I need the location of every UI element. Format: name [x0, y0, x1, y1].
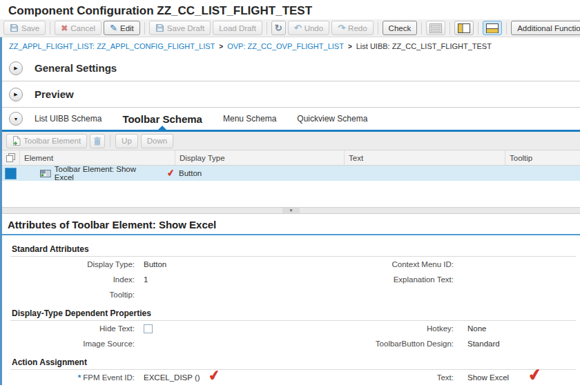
- splitter-arrow-icon: ▼: [289, 208, 293, 213]
- move-up-button[interactable]: Up: [115, 134, 138, 148]
- column-header-display-type[interactable]: Display Type: [175, 150, 344, 165]
- toolbar-separator: [450, 22, 450, 35]
- display-type-field-value: Button: [135, 260, 304, 268]
- group-standard-attributes: Standard Attributes: [10, 242, 576, 257]
- chevron-right-icon: ▶: [14, 92, 17, 97]
- load-draft-label: Load Draft: [219, 24, 256, 32]
- layout-bottom-panel-button[interactable]: [483, 21, 502, 35]
- hide-text-checkbox[interactable]: [144, 324, 153, 333]
- new-document-icon: [12, 136, 21, 146]
- annotation-checkmark-text: ✔: [528, 373, 541, 375]
- save-draft-button[interactable]: Save Draft: [149, 21, 211, 35]
- form-row: Display Type: Button Context Menu ID:: [10, 257, 580, 272]
- delete-element-button[interactable]: [90, 134, 105, 148]
- layout-bottom-panel-icon: [486, 23, 499, 33]
- chevron-right-icon: ▶: [14, 66, 17, 71]
- content-area: ZZ_APPL_FLIGHT_LIST: ZZ_APPL_CONFIG_FLIG…: [0, 37, 580, 385]
- expand-general-settings-button[interactable]: ▶: [9, 61, 23, 75]
- schema-tab-row: ▼ List UIBB Schema Toolbar Schema Menu S…: [2, 108, 580, 132]
- display-type-cell: Button: [175, 166, 344, 181]
- table-row-show-excel[interactable]: Toolbar Element: Show Excel ✔ Button: [2, 166, 580, 181]
- breadcrumb: ZZ_APPL_FLIGHT_LIST: ZZ_APPL_CONFIG_FLIG…: [2, 37, 580, 55]
- move-down-label: Down: [147, 137, 167, 145]
- element-name: Toolbar Element: Show Excel: [55, 165, 156, 182]
- toolbar-separator: [267, 22, 267, 35]
- row-selected-indicator[interactable]: [5, 168, 17, 179]
- add-toolbar-element-button[interactable]: Toolbar Element: [6, 134, 87, 148]
- index-field-label: Index:: [10, 275, 135, 284]
- edit-button[interactable]: ✎ Edit: [104, 21, 140, 35]
- toolbar-separator: [506, 22, 507, 35]
- load-draft-button[interactable]: Load Draft: [213, 21, 262, 35]
- group-action-assignment: Action Assignment: [10, 355, 576, 370]
- panel-splitter[interactable]: ▼: [2, 207, 580, 214]
- main-toolbar: Save ✖ Cancel ✎ Edit Save Draft Load Dra…: [0, 19, 580, 37]
- expand-preview-button[interactable]: ▶: [9, 88, 23, 101]
- form-row: Tooltip:: [10, 287, 580, 302]
- cancel-label: Cancel: [70, 24, 95, 32]
- form-row: Hide Text: Hotkey: None: [10, 321, 580, 336]
- layout-rows-button[interactable]: [426, 21, 445, 35]
- toolbar-separator: [144, 22, 145, 35]
- section-preview: ▶ Preview: [2, 81, 580, 108]
- toolbarbutton-design-field-value: Standard: [454, 340, 580, 348]
- page-title: Component Configuration ZZ_CC_LIST_FLIGH…: [0, 0, 580, 19]
- column-header-text[interactable]: Text: [344, 150, 505, 165]
- move-up-label: Up: [122, 137, 132, 145]
- column-header-element[interactable]: Element: [19, 150, 175, 165]
- breadcrumb-link-application[interactable]: ZZ_APPL_FLIGHT_LIST: ZZ_APPL_CONFIG_FLIG…: [9, 42, 215, 50]
- collapse-schema-section-button[interactable]: ▼: [9, 112, 23, 126]
- trash-icon: [93, 137, 102, 146]
- save-draft-label: Save Draft: [167, 24, 204, 32]
- redo-button[interactable]: ↷ Redo: [331, 21, 373, 35]
- chevron-down-icon: ▼: [14, 117, 19, 121]
- undo-arrow-icon: ↶: [294, 23, 302, 32]
- layout-left-panel-button[interactable]: [454, 21, 474, 35]
- undo-button[interactable]: ↶ Undo: [288, 21, 329, 35]
- explanation-text-field-label: Explanation Text:: [304, 275, 454, 284]
- tab-list-uibb-schema[interactable]: List UIBB Schema: [35, 114, 102, 124]
- tab-menu-schema[interactable]: Menu Schema: [223, 114, 276, 124]
- move-down-button[interactable]: Down: [141, 134, 173, 148]
- schema-list-toolbar: Toolbar Element Up Down: [2, 132, 580, 150]
- index-field-value: 1: [135, 275, 304, 284]
- breadcrumb-link-ovp[interactable]: OVP: ZZ_CC_OVP_FLIGHT_LIST: [227, 42, 344, 50]
- layout-left-panel-icon: [458, 23, 470, 33]
- column-header-tooltip[interactable]: Tooltip: [505, 150, 580, 165]
- toolbar-separator: [421, 22, 422, 35]
- splitter-collapse-handle[interactable]: ▼: [282, 208, 300, 213]
- additional-functions-label: Additional Functions: [517, 24, 580, 32]
- breadcrumb-separator: >: [348, 43, 352, 50]
- table-empty-area: [2, 181, 580, 207]
- breadcrumb-current: List UIBB: ZZ_CC_LIST_FLIGHT_TEST: [356, 42, 492, 50]
- cancel-button[interactable]: ✖ Cancel: [55, 21, 102, 35]
- additional-functions-button[interactable]: Additional Functions: [511, 21, 580, 35]
- save-button[interactable]: Save: [3, 21, 46, 35]
- cancel-x-icon: ✖: [61, 24, 68, 32]
- form-row: Index: 1 Explanation Text:: [10, 272, 580, 287]
- group-display-type-dependent: Display-Type Dependent Properties: [10, 306, 576, 321]
- hide-text-field-label: Hide Text:: [10, 324, 135, 333]
- attributes-form: Standard Attributes Display Type: Button…: [2, 235, 580, 385]
- general-settings-title: General Settings: [35, 62, 117, 74]
- check-label: Check: [389, 24, 412, 32]
- check-button[interactable]: Check: [383, 21, 418, 35]
- edit-label: Edit: [120, 24, 134, 32]
- hotkey-field-value: None: [454, 324, 580, 333]
- tab-toolbar-schema[interactable]: Toolbar Schema: [122, 113, 202, 125]
- image-source-field-label: Image Source:: [10, 340, 135, 348]
- toolbar-separator: [478, 22, 478, 35]
- annotation-checkmark-event: ✔: [209, 375, 220, 377]
- undo-label: Undo: [304, 24, 324, 32]
- section-general-settings: ▶ General Settings: [2, 55, 580, 81]
- refresh-button[interactable]: ↻: [271, 21, 286, 35]
- toolbar-separator: [378, 22, 378, 35]
- row-selector-cell[interactable]: [2, 166, 19, 181]
- tab-quickview-schema[interactable]: Quickview Schema: [297, 114, 367, 124]
- toolbar-element-icon: [40, 170, 51, 177]
- tooltip-cell: [505, 166, 580, 181]
- toolbar-separator: [50, 22, 50, 35]
- preview-title: Preview: [35, 88, 74, 100]
- context-menu-id-field-label: Context Menu ID:: [304, 260, 454, 268]
- select-all-cell[interactable]: [2, 150, 19, 165]
